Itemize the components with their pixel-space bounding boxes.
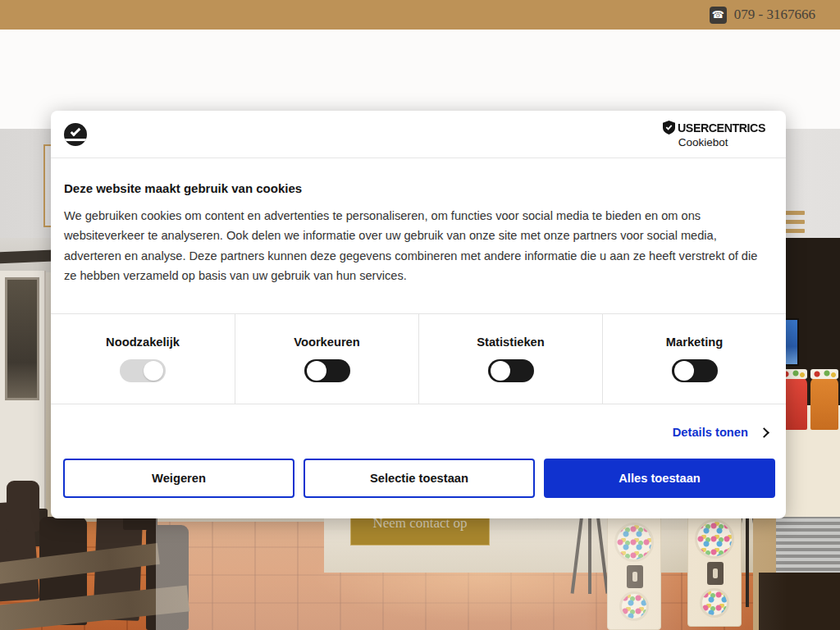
details-link[interactable]: Details tonen bbox=[673, 426, 748, 439]
cookie-dialog-title: Deze website maakt gebruik van cookies bbox=[64, 181, 773, 195]
cookie-category-noodzakelijk: Noodzakelijk bbox=[51, 314, 235, 404]
toggle-voorkeuren[interactable] bbox=[304, 359, 350, 382]
category-label: Statistieken bbox=[419, 336, 602, 349]
allow-all-button[interactable]: Alles toestaan bbox=[544, 459, 775, 498]
cookie-dialog-description: We gebruiken cookies om content en adver… bbox=[64, 206, 764, 286]
page: 079 - 3167666 bbox=[0, 0, 840, 630]
cookie-dialog-header: USERCENTRICS Cookiebot bbox=[51, 111, 786, 158]
phone-icon bbox=[710, 7, 727, 24]
phone-number[interactable]: 079 - 3167666 bbox=[734, 7, 815, 23]
chair bbox=[7, 481, 39, 532]
toggle-noodzakelijk bbox=[120, 359, 166, 382]
allow-selection-button[interactable]: Selectie toestaan bbox=[304, 459, 535, 498]
category-label: Noodzakelijk bbox=[51, 336, 235, 349]
usercentrics-brand[interactable]: USERCENTRICS Cookiebot bbox=[663, 121, 773, 148]
category-label: Voorkeuren bbox=[235, 336, 418, 349]
photo-window bbox=[5, 277, 39, 400]
cookie-category-marketing: Marketing bbox=[602, 314, 786, 404]
cookie-category-grid: Noodzakelijk Voorkeuren Statistieken Mar… bbox=[51, 313, 786, 404]
cookiebot-logo-icon bbox=[64, 123, 87, 146]
cookie-category-statistieken: Statistieken bbox=[418, 314, 602, 404]
usercentrics-wordmark: USERCENTRICS bbox=[678, 121, 765, 135]
chevron-right-icon bbox=[759, 427, 769, 438]
toggle-statistieken[interactable] bbox=[488, 359, 534, 382]
usercentrics-shield-icon bbox=[663, 121, 675, 135]
consent-buttons-row: Weigeren Selectie toestaan Alles toestaa… bbox=[63, 459, 775, 498]
topbar: 079 - 3167666 bbox=[0, 0, 840, 30]
cookie-consent-dialog: USERCENTRICS Cookiebot Deze website maak… bbox=[51, 111, 786, 518]
deny-button[interactable]: Weigeren bbox=[63, 459, 294, 498]
toggle-marketing[interactable] bbox=[672, 359, 718, 382]
cookie-category-voorkeuren: Voorkeuren bbox=[235, 314, 418, 404]
cookiebot-wordmark: Cookiebot bbox=[678, 136, 728, 148]
details-row: Details tonen bbox=[51, 420, 768, 445]
category-label: Marketing bbox=[603, 336, 786, 349]
